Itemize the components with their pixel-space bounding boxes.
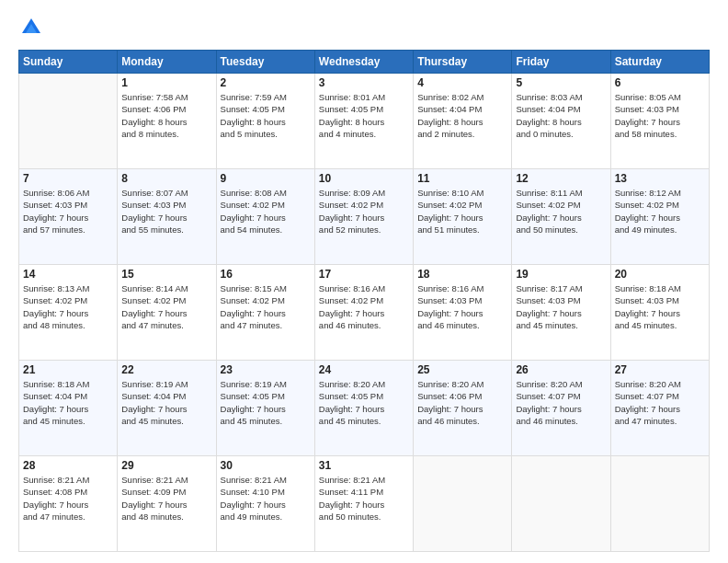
- calendar-cell: [19, 74, 118, 169]
- calendar-cell: 29Sunrise: 8:21 AM Sunset: 4:09 PM Dayli…: [118, 456, 216, 552]
- logo: [18, 15, 48, 40]
- calendar-cell: 11Sunrise: 8:10 AM Sunset: 4:02 PM Dayli…: [414, 169, 512, 265]
- day-info: Sunrise: 8:21 AM Sunset: 4:11 PM Dayligh…: [319, 474, 409, 523]
- day-number: 13: [615, 172, 705, 185]
- day-number: 27: [615, 363, 705, 376]
- calendar-cell: 18Sunrise: 8:16 AM Sunset: 4:03 PM Dayli…: [414, 265, 512, 361]
- day-number: 17: [319, 268, 409, 281]
- day-number: 29: [121, 459, 211, 472]
- calendar-cell: 31Sunrise: 8:21 AM Sunset: 4:11 PM Dayli…: [314, 456, 413, 552]
- day-number: 4: [417, 76, 507, 89]
- day-info: Sunrise: 8:20 AM Sunset: 4:07 PM Dayligh…: [615, 378, 705, 427]
- day-info: Sunrise: 8:06 AM Sunset: 4:03 PM Dayligh…: [23, 187, 113, 236]
- day-info: Sunrise: 8:17 AM Sunset: 4:03 PM Dayligh…: [516, 282, 606, 331]
- calendar-cell: [512, 456, 610, 552]
- page: SundayMondayTuesdayWednesdayThursdayFrid…: [0, 0, 728, 563]
- day-info: Sunrise: 7:59 AM Sunset: 4:05 PM Dayligh…: [221, 91, 311, 140]
- day-number: 11: [417, 172, 507, 185]
- day-number: 28: [23, 459, 113, 472]
- calendar-cell: 28Sunrise: 8:21 AM Sunset: 4:08 PM Dayli…: [19, 456, 118, 552]
- day-number: 31: [319, 459, 409, 472]
- day-info: Sunrise: 8:12 AM Sunset: 4:02 PM Dayligh…: [615, 187, 705, 236]
- calendar-cell: 26Sunrise: 8:20 AM Sunset: 4:07 PM Dayli…: [512, 361, 610, 456]
- calendar-cell: 23Sunrise: 8:19 AM Sunset: 4:05 PM Dayli…: [216, 361, 314, 456]
- calendar-cell: 2Sunrise: 7:59 AM Sunset: 4:05 PM Daylig…: [216, 74, 314, 169]
- day-number: 30: [221, 459, 311, 472]
- day-info: Sunrise: 8:19 AM Sunset: 4:05 PM Dayligh…: [221, 378, 311, 427]
- header: [18, 15, 710, 40]
- calendar-cell: 13Sunrise: 8:12 AM Sunset: 4:02 PM Dayli…: [610, 169, 709, 265]
- calendar-cell: 21Sunrise: 8:18 AM Sunset: 4:04 PM Dayli…: [19, 361, 118, 456]
- day-info: Sunrise: 8:18 AM Sunset: 4:04 PM Dayligh…: [23, 378, 113, 427]
- calendar-week-row: 7Sunrise: 8:06 AM Sunset: 4:03 PM Daylig…: [19, 169, 710, 265]
- day-info: Sunrise: 8:20 AM Sunset: 4:05 PM Dayligh…: [319, 378, 409, 427]
- day-info: Sunrise: 8:09 AM Sunset: 4:02 PM Dayligh…: [319, 187, 409, 236]
- calendar-cell: 10Sunrise: 8:09 AM Sunset: 4:02 PM Dayli…: [314, 169, 413, 265]
- day-info: Sunrise: 8:16 AM Sunset: 4:03 PM Dayligh…: [417, 282, 507, 331]
- calendar-cell: 8Sunrise: 8:07 AM Sunset: 4:03 PM Daylig…: [118, 169, 216, 265]
- calendar-cell: 19Sunrise: 8:17 AM Sunset: 4:03 PM Dayli…: [512, 265, 610, 361]
- day-number: 25: [417, 363, 507, 376]
- day-number: 20: [615, 268, 705, 281]
- day-info: Sunrise: 8:16 AM Sunset: 4:02 PM Dayligh…: [319, 282, 409, 331]
- day-number: 21: [23, 363, 113, 376]
- day-info: Sunrise: 7:58 AM Sunset: 4:06 PM Dayligh…: [121, 91, 211, 140]
- day-number: 18: [417, 268, 507, 281]
- day-number: 12: [516, 172, 606, 185]
- day-info: Sunrise: 8:15 AM Sunset: 4:02 PM Dayligh…: [221, 282, 311, 331]
- logo-icon: [18, 15, 44, 40]
- day-number: 6: [615, 76, 705, 89]
- calendar-week-row: 14Sunrise: 8:13 AM Sunset: 4:02 PM Dayli…: [19, 265, 710, 361]
- calendar-cell: 12Sunrise: 8:11 AM Sunset: 4:02 PM Dayli…: [512, 169, 610, 265]
- day-number: 3: [319, 76, 409, 89]
- calendar-cell: 15Sunrise: 8:14 AM Sunset: 4:02 PM Dayli…: [118, 265, 216, 361]
- day-number: 5: [516, 76, 606, 89]
- weekday-header-friday: Friday: [512, 51, 610, 74]
- calendar-cell: 24Sunrise: 8:20 AM Sunset: 4:05 PM Dayli…: [314, 361, 413, 456]
- calendar-week-row: 28Sunrise: 8:21 AM Sunset: 4:08 PM Dayli…: [19, 456, 710, 552]
- weekday-header-row: SundayMondayTuesdayWednesdayThursdayFrid…: [19, 51, 710, 74]
- day-info: Sunrise: 8:21 AM Sunset: 4:09 PM Dayligh…: [121, 474, 211, 523]
- day-number: 15: [121, 268, 211, 281]
- day-info: Sunrise: 8:20 AM Sunset: 4:06 PM Dayligh…: [417, 378, 507, 427]
- weekday-header-wednesday: Wednesday: [314, 51, 413, 74]
- weekday-header-sunday: Sunday: [19, 51, 118, 74]
- day-number: 22: [121, 363, 211, 376]
- day-number: 16: [221, 268, 311, 281]
- calendar-cell: 30Sunrise: 8:21 AM Sunset: 4:10 PM Dayli…: [216, 456, 314, 552]
- calendar-cell: 3Sunrise: 8:01 AM Sunset: 4:05 PM Daylig…: [314, 74, 413, 169]
- calendar-cell: 22Sunrise: 8:19 AM Sunset: 4:04 PM Dayli…: [118, 361, 216, 456]
- weekday-header-tuesday: Tuesday: [216, 51, 314, 74]
- day-info: Sunrise: 8:14 AM Sunset: 4:02 PM Dayligh…: [121, 282, 211, 331]
- calendar-table: SundayMondayTuesdayWednesdayThursdayFrid…: [18, 50, 710, 552]
- day-info: Sunrise: 8:08 AM Sunset: 4:02 PM Dayligh…: [221, 187, 311, 236]
- day-number: 9: [221, 172, 311, 185]
- calendar-cell: 17Sunrise: 8:16 AM Sunset: 4:02 PM Dayli…: [314, 265, 413, 361]
- day-info: Sunrise: 8:21 AM Sunset: 4:10 PM Dayligh…: [221, 474, 311, 523]
- day-number: 2: [221, 76, 311, 89]
- day-number: 23: [221, 363, 311, 376]
- day-number: 1: [121, 76, 211, 89]
- day-number: 8: [121, 172, 211, 185]
- calendar-cell: [414, 456, 512, 552]
- calendar-cell: 25Sunrise: 8:20 AM Sunset: 4:06 PM Dayli…: [414, 361, 512, 456]
- calendar-cell: 20Sunrise: 8:18 AM Sunset: 4:03 PM Dayli…: [610, 265, 709, 361]
- day-number: 26: [516, 363, 606, 376]
- calendar-week-row: 21Sunrise: 8:18 AM Sunset: 4:04 PM Dayli…: [19, 361, 710, 456]
- day-info: Sunrise: 8:20 AM Sunset: 4:07 PM Dayligh…: [516, 378, 606, 427]
- day-info: Sunrise: 8:19 AM Sunset: 4:04 PM Dayligh…: [121, 378, 211, 427]
- day-info: Sunrise: 8:11 AM Sunset: 4:02 PM Dayligh…: [516, 187, 606, 236]
- day-info: Sunrise: 8:13 AM Sunset: 4:02 PM Dayligh…: [23, 282, 113, 331]
- day-info: Sunrise: 8:02 AM Sunset: 4:04 PM Dayligh…: [417, 91, 507, 140]
- weekday-header-thursday: Thursday: [414, 51, 512, 74]
- calendar-cell: 6Sunrise: 8:05 AM Sunset: 4:03 PM Daylig…: [610, 74, 709, 169]
- calendar-cell: 7Sunrise: 8:06 AM Sunset: 4:03 PM Daylig…: [19, 169, 118, 265]
- day-info: Sunrise: 8:07 AM Sunset: 4:03 PM Dayligh…: [121, 187, 211, 236]
- day-number: 7: [23, 172, 113, 185]
- day-info: Sunrise: 8:01 AM Sunset: 4:05 PM Dayligh…: [319, 91, 409, 140]
- day-info: Sunrise: 8:18 AM Sunset: 4:03 PM Dayligh…: [615, 282, 705, 331]
- calendar-cell: 14Sunrise: 8:13 AM Sunset: 4:02 PM Dayli…: [19, 265, 118, 361]
- calendar-week-row: 1Sunrise: 7:58 AM Sunset: 4:06 PM Daylig…: [19, 74, 710, 169]
- calendar-cell: 9Sunrise: 8:08 AM Sunset: 4:02 PM Daylig…: [216, 169, 314, 265]
- calendar-cell: 16Sunrise: 8:15 AM Sunset: 4:02 PM Dayli…: [216, 265, 314, 361]
